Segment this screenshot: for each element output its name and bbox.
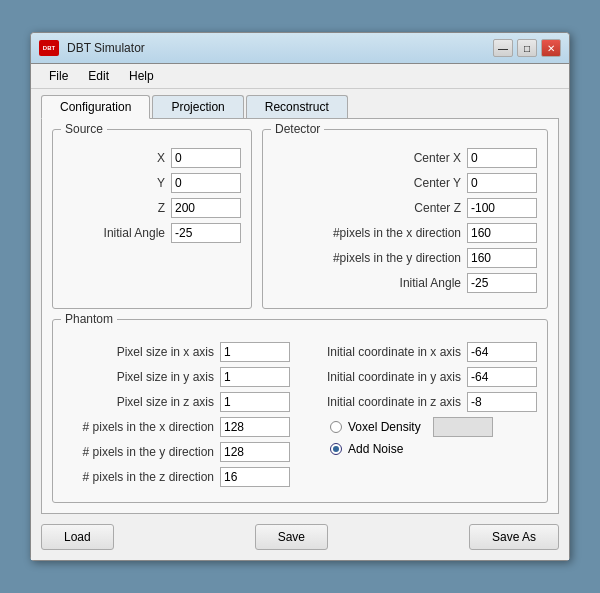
det-cy-row: Center Y xyxy=(273,173,537,193)
source-x-row: X xyxy=(63,148,241,168)
num-px-y-label: # pixels in the y direction xyxy=(83,445,214,459)
det-py-input[interactable] xyxy=(467,248,537,268)
save-as-button[interactable]: Save As xyxy=(469,524,559,550)
det-px-input[interactable] xyxy=(467,223,537,243)
det-cx-row: Center X xyxy=(273,148,537,168)
titlebar: DBT DBT Simulator — □ ✕ xyxy=(31,33,569,64)
det-cx-input[interactable] xyxy=(467,148,537,168)
px-z-row: Pixel size in z axis xyxy=(63,392,290,412)
window-title: DBT Simulator xyxy=(67,41,493,55)
main-window: DBT DBT Simulator — □ ✕ File Edit Help C… xyxy=(30,32,570,561)
num-px-x-input[interactable] xyxy=(220,417,290,437)
det-px-row: #pixels in the x direction xyxy=(273,223,537,243)
voxel-density-label: Voxel Density xyxy=(348,420,421,434)
det-angle-input[interactable] xyxy=(467,273,537,293)
tab-projection[interactable]: Projection xyxy=(152,95,243,118)
ic-y-input[interactable] xyxy=(467,367,537,387)
source-y-row: Y xyxy=(63,173,241,193)
menu-file[interactable]: File xyxy=(39,66,78,86)
phantom-grid: Pixel size in x axis Pixel size in y axi… xyxy=(63,342,537,492)
phantom-right-col: Initial coordinate in x axis Initial coo… xyxy=(310,342,537,492)
ic-z-label: Initial coordinate in z axis xyxy=(327,395,461,409)
det-angle-row: Initial Angle xyxy=(273,273,537,293)
det-cz-input[interactable] xyxy=(467,198,537,218)
ic-y-row: Initial coordinate in y axis xyxy=(310,367,537,387)
num-px-z-row: # pixels in the z direction xyxy=(63,467,290,487)
phantom-title: Phantom xyxy=(61,312,117,326)
source-y-input[interactable] xyxy=(171,173,241,193)
px-y-label: Pixel size in y axis xyxy=(117,370,214,384)
det-cy-input[interactable] xyxy=(467,173,537,193)
detector-group: Detector Center X Center Y Center Z xyxy=(262,129,548,309)
source-z-input[interactable] xyxy=(171,198,241,218)
detector-title: Detector xyxy=(271,122,324,136)
minimize-button[interactable]: — xyxy=(493,39,513,57)
det-angle-label: Initial Angle xyxy=(400,276,461,290)
close-button[interactable]: ✕ xyxy=(541,39,561,57)
source-z-row: Z xyxy=(63,198,241,218)
num-px-y-row: # pixels in the y direction xyxy=(63,442,290,462)
voxel-density-row: Voxel Density xyxy=(310,417,537,437)
num-px-z-label: # pixels in the z direction xyxy=(83,470,214,484)
source-angle-label: Initial Angle xyxy=(104,226,165,240)
menubar: File Edit Help xyxy=(31,64,569,89)
source-group: Source X Y Z Initial Angle xyxy=(52,129,252,309)
det-cz-row: Center Z xyxy=(273,198,537,218)
ic-z-row: Initial coordinate in z axis xyxy=(310,392,537,412)
voxel-density-radio[interactable] xyxy=(330,421,342,433)
menu-edit[interactable]: Edit xyxy=(78,66,119,86)
menu-help[interactable]: Help xyxy=(119,66,164,86)
phantom-group: Phantom Pixel size in x axis Pixel size … xyxy=(52,319,548,503)
top-section: Source X Y Z Initial Angle xyxy=(52,129,548,309)
source-z-label: Z xyxy=(158,201,165,215)
px-x-row: Pixel size in x axis xyxy=(63,342,290,362)
save-button[interactable]: Save xyxy=(255,524,328,550)
ic-x-input[interactable] xyxy=(467,342,537,362)
tab-reconstruct[interactable]: Reconstruct xyxy=(246,95,348,118)
det-cy-label: Center Y xyxy=(414,176,461,190)
source-angle-row: Initial Angle xyxy=(63,223,241,243)
add-noise-radio[interactable] xyxy=(330,443,342,455)
num-px-x-label: # pixels in the x direction xyxy=(83,420,214,434)
add-noise-label: Add Noise xyxy=(348,442,403,456)
det-py-label: #pixels in the y direction xyxy=(333,251,461,265)
ic-z-input[interactable] xyxy=(467,392,537,412)
px-x-label: Pixel size in x axis xyxy=(117,345,214,359)
det-py-row: #pixels in the y direction xyxy=(273,248,537,268)
footer-buttons: Load Save Save As xyxy=(31,514,569,560)
px-y-input[interactable] xyxy=(220,367,290,387)
px-z-label: Pixel size in z axis xyxy=(117,395,214,409)
num-px-z-input[interactable] xyxy=(220,467,290,487)
source-y-label: Y xyxy=(157,176,165,190)
ic-x-label: Initial coordinate in x axis xyxy=(327,345,461,359)
tabs-bar: Configuration Projection Reconstruct xyxy=(31,89,569,118)
source-x-label: X xyxy=(157,151,165,165)
load-button[interactable]: Load xyxy=(41,524,114,550)
tab-configuration[interactable]: Configuration xyxy=(41,95,150,119)
num-px-y-input[interactable] xyxy=(220,442,290,462)
app-icon: DBT xyxy=(39,40,59,56)
phantom-left-col: Pixel size in x axis Pixel size in y axi… xyxy=(63,342,290,492)
px-y-row: Pixel size in y axis xyxy=(63,367,290,387)
px-z-input[interactable] xyxy=(220,392,290,412)
titlebar-controls: — □ ✕ xyxy=(493,39,561,57)
content-area: Source X Y Z Initial Angle xyxy=(41,118,559,514)
voxel-density-input[interactable] xyxy=(433,417,493,437)
det-cz-label: Center Z xyxy=(414,201,461,215)
px-x-input[interactable] xyxy=(220,342,290,362)
add-noise-row: Add Noise xyxy=(310,442,537,456)
det-px-label: #pixels in the x direction xyxy=(333,226,461,240)
maximize-button[interactable]: □ xyxy=(517,39,537,57)
num-px-x-row: # pixels in the x direction xyxy=(63,417,290,437)
ic-x-row: Initial coordinate in x axis xyxy=(310,342,537,362)
source-x-input[interactable] xyxy=(171,148,241,168)
source-angle-input[interactable] xyxy=(171,223,241,243)
source-title: Source xyxy=(61,122,107,136)
det-cx-label: Center X xyxy=(414,151,461,165)
ic-y-label: Initial coordinate in y axis xyxy=(327,370,461,384)
